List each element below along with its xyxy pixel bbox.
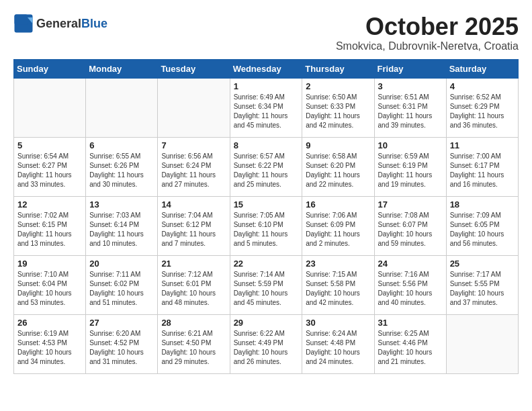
day-info: Sunrise: 7:04 AM Sunset: 6:12 PM Dayligh… xyxy=(161,211,226,248)
day-number: 24 xyxy=(378,259,443,269)
title-section: October 2025 Smokvica, Dubrovnik-Neretva… xyxy=(336,13,519,52)
weekday-header-tuesday: Tuesday xyxy=(158,59,230,78)
day-number: 12 xyxy=(17,199,82,210)
weekday-header-friday: Friday xyxy=(374,59,446,78)
weekday-header-wednesday: Wednesday xyxy=(230,59,302,78)
day-info: Sunrise: 6:19 AM Sunset: 4:53 PM Dayligh… xyxy=(17,329,82,367)
day-number: 3 xyxy=(378,81,443,91)
calendar-cell: 9Sunrise: 6:58 AM Sunset: 6:20 PM Daylig… xyxy=(302,137,374,196)
weekday-header-monday: Monday xyxy=(86,59,158,78)
calendar-cell: 20Sunrise: 7:11 AM Sunset: 6:02 PM Dayli… xyxy=(86,255,158,314)
page-header: GeneralBlue October 2025 Smokvica, Dubro… xyxy=(13,13,519,52)
calendar-cell: 26Sunrise: 6:19 AM Sunset: 4:53 PM Dayli… xyxy=(14,314,86,373)
day-info: Sunrise: 7:10 AM Sunset: 6:04 PM Dayligh… xyxy=(17,270,82,308)
day-number: 11 xyxy=(450,140,515,150)
day-number: 10 xyxy=(378,140,443,150)
calendar-cell: 14Sunrise: 7:04 AM Sunset: 6:12 PM Dayli… xyxy=(158,196,230,255)
day-number: 31 xyxy=(378,318,443,328)
day-info: Sunrise: 6:58 AM Sunset: 6:20 PM Dayligh… xyxy=(306,152,370,189)
day-number: 22 xyxy=(234,259,299,269)
calendar-cell: 27Sunrise: 6:20 AM Sunset: 4:52 PM Dayli… xyxy=(86,314,158,373)
day-info: Sunrise: 6:56 AM Sunset: 6:24 PM Dayligh… xyxy=(161,152,226,189)
calendar-cell: 8Sunrise: 6:57 AM Sunset: 6:22 PM Daylig… xyxy=(230,137,302,196)
calendar-cell: 25Sunrise: 7:17 AM Sunset: 5:55 PM Dayli… xyxy=(446,255,518,314)
day-number: 8 xyxy=(234,140,299,150)
calendar-cell: 10Sunrise: 6:59 AM Sunset: 6:19 PM Dayli… xyxy=(374,137,446,196)
location-title: Smokvica, Dubrovnik-Neretva, Croatia xyxy=(336,40,519,52)
calendar-cell xyxy=(446,314,518,373)
svg-rect-2 xyxy=(15,15,28,25)
day-info: Sunrise: 7:15 AM Sunset: 5:58 PM Dayligh… xyxy=(306,270,370,308)
day-info: Sunrise: 6:24 AM Sunset: 4:48 PM Dayligh… xyxy=(306,329,370,367)
day-number: 9 xyxy=(306,140,370,150)
day-info: Sunrise: 7:02 AM Sunset: 6:15 PM Dayligh… xyxy=(17,211,82,248)
day-number: 13 xyxy=(89,199,154,210)
calendar-cell: 11Sunrise: 7:00 AM Sunset: 6:17 PM Dayli… xyxy=(446,137,518,196)
day-info: Sunrise: 7:11 AM Sunset: 6:02 PM Dayligh… xyxy=(89,270,154,308)
day-number: 21 xyxy=(161,259,226,269)
calendar-cell: 13Sunrise: 7:03 AM Sunset: 6:14 PM Dayli… xyxy=(86,196,158,255)
calendar-cell xyxy=(14,78,86,137)
day-info: Sunrise: 7:17 AM Sunset: 5:55 PM Dayligh… xyxy=(450,270,515,308)
day-number: 5 xyxy=(17,140,82,150)
day-info: Sunrise: 6:21 AM Sunset: 4:50 PM Dayligh… xyxy=(161,329,226,367)
day-number: 18 xyxy=(450,199,515,210)
day-info: Sunrise: 6:57 AM Sunset: 6:22 PM Dayligh… xyxy=(234,152,299,189)
day-number: 7 xyxy=(161,140,226,150)
day-number: 26 xyxy=(17,318,82,328)
day-info: Sunrise: 6:20 AM Sunset: 4:52 PM Dayligh… xyxy=(89,329,154,367)
day-number: 14 xyxy=(161,199,226,210)
month-title: October 2025 xyxy=(336,13,519,40)
calendar-cell: 4Sunrise: 6:52 AM Sunset: 6:29 PM Daylig… xyxy=(446,78,518,137)
day-info: Sunrise: 6:50 AM Sunset: 6:33 PM Dayligh… xyxy=(306,93,370,130)
day-number: 30 xyxy=(306,318,370,328)
logo-icon xyxy=(13,13,34,34)
calendar-cell: 29Sunrise: 6:22 AM Sunset: 4:49 PM Dayli… xyxy=(230,314,302,373)
calendar-cell: 30Sunrise: 6:24 AM Sunset: 4:48 PM Dayli… xyxy=(302,314,374,373)
day-number: 20 xyxy=(89,259,154,269)
calendar-cell: 16Sunrise: 7:06 AM Sunset: 6:09 PM Dayli… xyxy=(302,196,374,255)
calendar-cell: 19Sunrise: 7:10 AM Sunset: 6:04 PM Dayli… xyxy=(14,255,86,314)
calendar-week-row: 1Sunrise: 6:49 AM Sunset: 6:34 PM Daylig… xyxy=(14,78,519,137)
day-number: 25 xyxy=(450,259,515,269)
day-number: 16 xyxy=(306,199,370,210)
day-info: Sunrise: 7:14 AM Sunset: 5:59 PM Dayligh… xyxy=(234,270,299,308)
day-number: 15 xyxy=(234,199,299,210)
calendar-cell: 28Sunrise: 6:21 AM Sunset: 4:50 PM Dayli… xyxy=(158,314,230,373)
calendar-week-row: 12Sunrise: 7:02 AM Sunset: 6:15 PM Dayli… xyxy=(14,196,519,255)
calendar-week-row: 5Sunrise: 6:54 AM Sunset: 6:27 PM Daylig… xyxy=(14,137,519,196)
calendar-cell xyxy=(158,78,230,137)
logo-general: General xyxy=(36,17,81,30)
day-info: Sunrise: 6:49 AM Sunset: 6:34 PM Dayligh… xyxy=(234,93,299,130)
day-info: Sunrise: 7:05 AM Sunset: 6:10 PM Dayligh… xyxy=(234,211,299,248)
weekday-header-thursday: Thursday xyxy=(302,59,374,78)
weekday-header-row: SundayMondayTuesdayWednesdayThursdayFrid… xyxy=(14,59,519,78)
day-number: 27 xyxy=(89,318,154,328)
logo: GeneralBlue xyxy=(13,13,107,34)
calendar-cell: 5Sunrise: 6:54 AM Sunset: 6:27 PM Daylig… xyxy=(14,137,86,196)
day-info: Sunrise: 6:55 AM Sunset: 6:26 PM Dayligh… xyxy=(89,152,154,189)
day-number: 28 xyxy=(161,318,226,328)
calendar-cell: 12Sunrise: 7:02 AM Sunset: 6:15 PM Dayli… xyxy=(14,196,86,255)
calendar-cell: 24Sunrise: 7:16 AM Sunset: 5:56 PM Dayli… xyxy=(374,255,446,314)
day-info: Sunrise: 6:59 AM Sunset: 6:19 PM Dayligh… xyxy=(378,152,443,189)
calendar-cell: 15Sunrise: 7:05 AM Sunset: 6:10 PM Dayli… xyxy=(230,196,302,255)
day-info: Sunrise: 6:54 AM Sunset: 6:27 PM Dayligh… xyxy=(17,152,82,189)
calendar-cell: 7Sunrise: 6:56 AM Sunset: 6:24 PM Daylig… xyxy=(158,137,230,196)
calendar-cell: 2Sunrise: 6:50 AM Sunset: 6:33 PM Daylig… xyxy=(302,78,374,137)
day-number: 6 xyxy=(89,140,154,150)
day-info: Sunrise: 7:00 AM Sunset: 6:17 PM Dayligh… xyxy=(450,152,515,189)
day-info: Sunrise: 6:25 AM Sunset: 4:46 PM Dayligh… xyxy=(378,329,443,367)
calendar-cell: 17Sunrise: 7:08 AM Sunset: 6:07 PM Dayli… xyxy=(374,196,446,255)
calendar-cell: 22Sunrise: 7:14 AM Sunset: 5:59 PM Dayli… xyxy=(230,255,302,314)
logo-blue: Blue xyxy=(81,17,107,30)
day-number: 2 xyxy=(306,81,370,91)
day-info: Sunrise: 7:09 AM Sunset: 6:05 PM Dayligh… xyxy=(450,211,515,248)
day-info: Sunrise: 6:22 AM Sunset: 4:49 PM Dayligh… xyxy=(234,329,299,367)
day-number: 17 xyxy=(378,199,443,210)
day-number: 4 xyxy=(450,81,515,91)
calendar-cell: 1Sunrise: 6:49 AM Sunset: 6:34 PM Daylig… xyxy=(230,78,302,137)
day-info: Sunrise: 7:12 AM Sunset: 6:01 PM Dayligh… xyxy=(161,270,226,308)
weekday-header-sunday: Sunday xyxy=(14,59,86,78)
day-info: Sunrise: 7:08 AM Sunset: 6:07 PM Dayligh… xyxy=(378,211,443,248)
